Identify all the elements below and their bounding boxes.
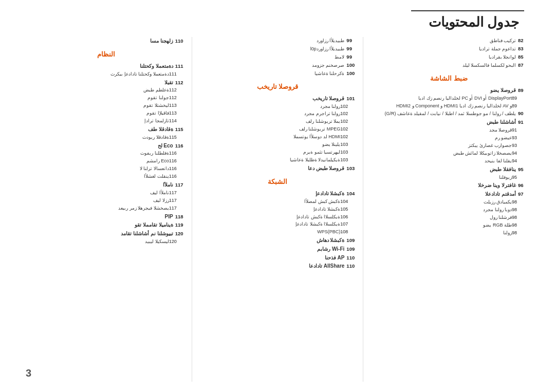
col-middle: 99 طبيديلأا رزاورد 99 طبيديلأا رزاوردl0p… [192,37,364,382]
page-num: 114 [169,118,180,125]
toc-row: 111 دةمتعملا وكحتلنا [26,62,187,70]
toc-row: 100 صرصخنم جزومد [197,62,358,69]
toc-sub: 98 طلة RGB يضو [368,222,529,229]
page-num: 120 [169,238,180,246]
toc-sub: 98 دوبا رولنا مجرد [368,207,529,214]
entry-text: ةقادقلا طف [26,125,175,134]
toc-row: 117 ناملأا [26,181,187,189]
page-num: 100 [346,62,358,69]
page-num: 118 [175,213,187,221]
toc-sub: 102 رولنا مجرد [197,103,358,110]
toc-row: 90 يلطف / رولنا / مو جوطسلا ثمد / اطبلا … [368,110,529,118]
toc-row: 91 أشاشلنا طبض [368,118,529,126]
page-num: 113 [169,110,180,117]
page-num: 99 [346,37,358,45]
toc-row: 96 غافترلا وينا ضرخلا [368,181,529,190]
entry-text: تركيب فناطق [368,38,518,45]
toc-sub: 115 ةقادقلا ريودت [26,134,187,141]
entry-text: ةكبشلا دهاش [197,236,347,245]
entry-text: قروصلا طبض دعا [197,164,347,173]
page-num: 110 [175,38,187,45]
toc-sub: 102 MPEG تريوشلنا رلف [197,126,358,133]
entry-text: ةفلطلنا ريفوت [26,150,169,157]
page-num: 112 [169,95,180,102]
entry-text: يلطف / رولنا / مو جوطسلا ثمد / اطبلا / ن… [368,110,518,118]
entry-text: طبيديلأا رزاورد [197,38,347,45]
toc-sub: 94 يقلنا لفا بنيحد [368,158,529,165]
page-num: 89 [518,87,529,95]
toc-sub: 103 ةيكيلمانيدلا ةظلبلا ةعاشيا [197,157,358,164]
toc-sub: 94 يصصخلا زاتوبيكلا لمائش طبض [368,150,529,157]
entry-text: يقلنا لفا بنيحد [368,158,512,165]
entry-text: رولنا مجرد [197,103,341,110]
page-num: 105 [340,206,351,213]
entry-text: لوانجلا بقراديا [368,54,518,61]
entry-text: ةيكيلمانيدلا ةظلبلا ةعاشيا [197,157,341,164]
page-num: 91 [518,119,529,126]
page-num: 103 [340,149,351,156]
toc-sub: 105 ةكبشلا تادادعإ [197,206,358,213]
page-num: 91 [512,127,523,134]
entry-text: HDMI لد دوسلأا يوتسملا [197,134,341,141]
entry-text: يملا تريوشلنا رلف [197,118,341,125]
toc-sub: 102 HDMI لد دوسلأا يوتسملا [197,134,358,141]
toc-row: 118 PIP [26,213,187,221]
page-num: 97 [518,191,529,198]
toc-sub: 113 ليخشتلا تقوم [26,102,187,109]
entry-text: ةيكلسلاا ةكبشلا تادادعإ [197,221,341,228]
page-num: 116 [169,158,180,165]
toc-sub: 113 فاقيلإا تقوم [26,110,187,117]
toc-row: 87 البحو لكسلما فالسكسلا ليلد [368,62,529,69]
page-num: 98 [512,222,523,229]
page-num: 109 [346,237,358,245]
page-num: 112 [175,79,187,87]
toc-row: 112 تقبلا [26,79,187,87]
page-num: 93 [512,142,523,150]
section-header: قروصلا تاريخب [197,82,358,92]
page-num: 109 [346,246,358,253]
entry-text: جصوارب غصارئ يبكتز [368,142,512,150]
toc-sub: 89 و AV لخلداليا رنصم زك اديا HDMI1 و Co… [368,103,529,110]
page-num: 98 [512,214,523,221]
toc-sub: 93 جصوارب غصارئ يبكتز [368,142,529,150]
page-num: 108 [340,229,351,236]
toc-sub: 111 دةمتعملا وكحتلنا تادادعإ بيكرت [26,71,187,78]
toc-sub: 98 رولنا [368,230,529,237]
entry-text: ريوفلنا [368,174,512,181]
page-num: 102 [340,110,351,118]
entry-text: PIP [26,213,175,221]
toc-row: 82 تركيب فناطق [368,37,529,45]
entry-text: يصصخلا زاتوبيكلا لمائش طبض [368,150,512,157]
page-num: 103 [346,165,358,173]
toc-sub: 108 WPS(PBC) [197,229,358,236]
entry-text: يلينلا يضو [197,141,341,148]
entry-text: دوبا رولنا مجرد [368,207,512,214]
toc-row: 95 ينافقلا طبض [368,165,529,174]
page-num: 111 [175,63,187,70]
toc-sub: 106 ةيكلسلاا ةكبش تادادعإ [197,214,358,221]
entry-text: تازلمجا ترادإ [26,118,169,125]
entry-text: Eco رامشم [26,158,169,165]
toc-row: 109 ةكبشلا دهاش [197,236,358,245]
toc-row: 110 AllShare تادادعا [197,262,358,270]
entry-text: فاقيلإا تقوم [26,110,169,117]
page-num: 99 [346,53,358,61]
entry-text: ةكبشلا تادادعإ [197,206,341,213]
toc-sub: 117 رزلا ليف [26,197,187,204]
toc-row: 116 Eco لح [26,142,187,150]
toc-row: 110 AP فذحنا [197,254,358,262]
toc-row: 99 لامط [197,53,358,61]
page-num: 98 [512,207,523,214]
toc-sub: 117 يصخشلا فيجرهلا زمر ربيعد [26,205,187,212]
toc-row: 99 طبيديلأا رزاورد [197,37,358,45]
toc-sub: 116 Eco رامشم [26,158,187,165]
page-num: 87 [518,62,529,69]
entry-text: ةقادقلا ريودت [26,134,169,141]
toc-sub: 112 ةعلطم طبض [26,87,187,94]
page-num: 104 [340,198,351,206]
page-num: 99 [346,45,358,53]
page-num: 117 [169,205,180,212]
col-left: 110 زلهجنا مسا النظام 111 دةمتعملا وكحتل… [21,37,192,382]
entry-text: و AV لخلداليا رنصم زك اديا HDMI1 و Compo… [368,103,512,110]
entry-text: رولنا [368,230,512,237]
